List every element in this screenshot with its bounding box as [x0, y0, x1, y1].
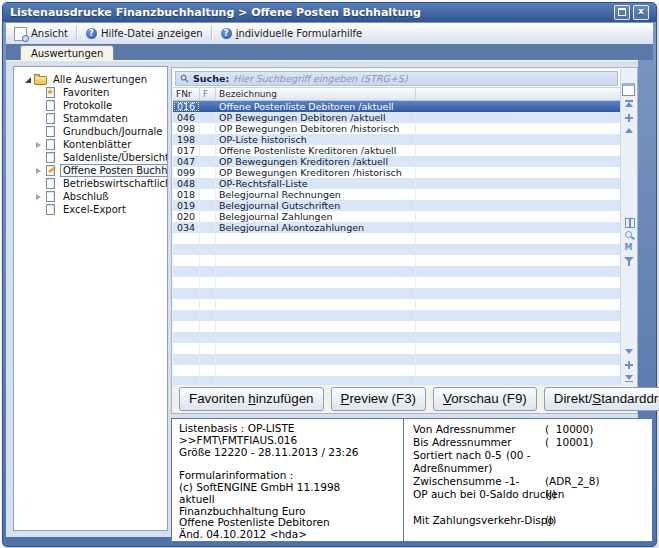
tab-bar: Auswertungen — [6, 44, 653, 60]
bezeichnung-cell: Belegjournal Gutschriften — [216, 200, 416, 211]
sidebar-item-excel-export[interactable]: Excel-Export — [14, 203, 167, 216]
table-row[interactable]: 020Belegjournal Zahlungen — [173, 211, 620, 222]
close-button[interactable]: x — [633, 5, 649, 20]
search-icon — [180, 74, 189, 83]
table-row[interactable]: 099OP Bewegungen Kreditoren /historisch — [173, 167, 620, 178]
fnr-cell: 016 — [173, 101, 200, 112]
table-row[interactable]: 019Belegjournal Gutschriften — [173, 200, 620, 211]
direkt-standarddrucker-button[interactable]: Direkt/Standarddrucker (F4) — [544, 387, 659, 411]
parameter-mid-value: (00 - — [506, 449, 531, 462]
empty-cell — [416, 288, 620, 299]
sum-icon[interactable]: M — [623, 243, 634, 252]
column-header-fnr[interactable]: FNr — [173, 88, 200, 100]
sidebar-item-alle-auswertungen[interactable]: Alle Auswertungen — [14, 73, 167, 86]
folder-icon — [34, 74, 46, 85]
sidebar-item-kontenbl-tter[interactable]: Kontenblätter — [14, 138, 167, 151]
table-row[interactable]: 198OP-Liste historisch — [173, 134, 620, 145]
table-row-empty — [173, 354, 620, 365]
table-row-empty — [173, 266, 620, 277]
grid-side-toolbar: M — [620, 69, 636, 385]
toolbar-item-hilfe-datei-anzeigen[interactable]: ?Hilfe-Datei anzeigen — [78, 25, 211, 42]
table-row[interactable]: 016Offene Postenliste Debitoren /aktuell — [173, 101, 620, 112]
filter-icon[interactable] — [623, 256, 634, 265]
expander-expanded-icon[interactable] — [24, 76, 32, 84]
doc-icon — [44, 178, 56, 189]
empty-cell — [416, 222, 620, 233]
column-header-bezeichnung[interactable]: Bezeichnung — [216, 88, 416, 100]
locate-plus-icon[interactable] — [623, 113, 634, 122]
favoriten-hinzufuegen-button[interactable]: Favoriten hinzufügen — [179, 387, 324, 411]
expander-collapsed-icon[interactable] — [34, 193, 42, 201]
search-label: Suche: — [193, 73, 229, 84]
scroll-bottom-icon[interactable] — [623, 373, 634, 382]
help-icon: ? — [86, 28, 97, 39]
bezeichnung-cell — [216, 277, 416, 288]
table-row[interactable]: 017Offene Postenliste Kreditoren /aktuel… — [173, 145, 620, 156]
scroll-up-icon[interactable] — [623, 126, 634, 135]
column-chooser-icon[interactable] — [622, 83, 635, 96]
scroll-top-icon[interactable] — [623, 100, 634, 109]
tree-item-label: Excel-Export — [60, 203, 129, 216]
parameter-label: Mit Zahlungsverkehr-Dispo — [413, 514, 554, 526]
restore-button[interactable] — [614, 5, 630, 20]
flag-cell — [200, 233, 216, 244]
table-header: FNr F Bezeichnung — [173, 87, 620, 101]
preview-button[interactable]: Preview (F3) — [331, 387, 427, 411]
sidebar-item-grundbuch-journale[interactable]: Grundbuch/Journale — [14, 125, 167, 138]
empty-cell — [416, 310, 620, 321]
bezeichnung-cell: OP Bewegungen Debitoren /historisch — [216, 123, 416, 134]
search-input[interactable]: Suche: Hier Suchbegriff eingeben (STRG+S… — [175, 71, 618, 86]
table-row-empty — [173, 299, 620, 310]
flag-cell — [200, 376, 216, 385]
flag-cell — [200, 277, 216, 288]
doc-icon — [44, 113, 56, 124]
tree-item-label: Favoriten — [60, 86, 112, 99]
fnr-cell — [173, 376, 200, 385]
table-row[interactable]: 047OP Bewegungen Kreditoren /aktuell — [173, 156, 620, 167]
table-row-empty — [173, 244, 620, 255]
form-info-text: Listenbasis : OP-LISTE>>FMT\FMTFIAUS.016… — [179, 423, 408, 541]
search-tool-icon[interactable] — [623, 230, 634, 239]
bezeichnung-cell — [216, 376, 416, 385]
table-row[interactable]: 098OP Bewegungen Debitoren /historisch — [173, 123, 620, 134]
vorschau-button[interactable]: Vorschau (F9) — [433, 387, 537, 411]
columns-icon[interactable] — [623, 217, 634, 226]
sidebar-item-favoriten[interactable]: ★Favoriten — [14, 86, 167, 99]
sidebar-item-stammdaten[interactable]: Stammdaten — [14, 112, 167, 125]
table-row[interactable]: 018Belegjournal Rechnungen — [173, 189, 620, 200]
flag-cell — [200, 156, 216, 167]
locate-plus-bottom-icon[interactable] — [623, 360, 634, 369]
flag-cell — [200, 211, 216, 222]
flag-cell — [200, 145, 216, 156]
parameter-row: Adreßnummer) — [413, 462, 646, 475]
search-placeholder: Hier Suchbegriff eingeben (STRG+S) — [233, 73, 407, 84]
sidebar-item-betriebswirtschaftliche-auswertungen[interactable]: Betriebswirtschaftliche Auswertungen — [14, 177, 167, 190]
fnr-cell — [173, 233, 200, 244]
sidebar-item-abschlu-[interactable]: Abschluß — [14, 190, 167, 203]
column-header-f[interactable]: F — [200, 88, 216, 100]
table-row-empty — [173, 365, 620, 376]
fnr-cell: 099 — [173, 167, 200, 178]
table-row-empty — [173, 255, 620, 266]
sidebar-item-saldenliste-bersicht[interactable]: Saldenliste/Übersicht — [14, 151, 167, 164]
toolbar-item-ansicht[interactable]: Ansicht — [6, 25, 76, 42]
flag-cell — [200, 266, 216, 277]
table-row[interactable]: 046OP Bewegungen Debitoren /aktuell — [173, 112, 620, 123]
parameter-row: Von Adressnummer( 10000) — [413, 423, 646, 436]
empty-cell — [416, 112, 620, 123]
report-tree: Alle Auswertungen★FavoritenProtokolleSta… — [13, 66, 168, 531]
table-row[interactable]: 048OP-Rechtsfall-Liste — [173, 178, 620, 189]
tab-auswertungen[interactable]: Auswertungen — [20, 45, 114, 60]
scroll-down-icon[interactable] — [623, 347, 634, 356]
toolbar-item-individuelle-formularhilfe[interactable]: ?individuelle Formularhilfe — [213, 25, 371, 42]
fnr-cell — [173, 288, 200, 299]
info-line: >>FMT\FMTFIAUS.016 — [179, 435, 408, 447]
expander-collapsed-icon[interactable] — [34, 167, 42, 175]
sidebar-item-protokolle[interactable]: Protokolle — [14, 99, 167, 112]
table-row[interactable]: 034Belegjournal Akontozahlungen — [173, 222, 620, 233]
expander-collapsed-icon[interactable] — [34, 141, 42, 149]
flag-cell — [200, 101, 216, 112]
sidebar-item-offene-posten-buchhaltung[interactable]: Offene Posten Buchhaltung — [14, 164, 167, 177]
grid-left: Suche: Hier Suchbegriff eingeben (STRG+S… — [173, 69, 620, 385]
column-header-empty[interactable] — [416, 88, 620, 100]
